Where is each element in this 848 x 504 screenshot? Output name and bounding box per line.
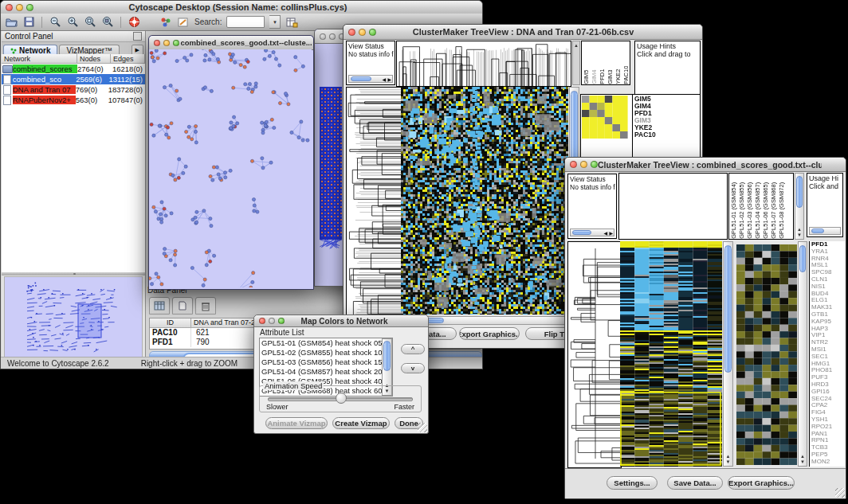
attribute-item[interactable]: GPL51-02 (GSM855) heat shock 10 min — [260, 348, 392, 357]
col-edges[interactable]: Edges — [111, 54, 145, 64]
scroll-up-arrow[interactable]: ▲ — [724, 454, 732, 459]
new-attribute-icon[interactable] — [172, 297, 193, 315]
animate-vizmap-button[interactable]: Animate Vizmap — [265, 417, 328, 429]
scroll-up-arrow[interactable]: ▲ — [799, 454, 807, 459]
column-label[interactable]: GIM3 — [607, 43, 614, 84]
close-button[interactable] — [348, 29, 355, 36]
treeview2-titlebar[interactable]: ClusterMaker TreeView : combined_scores_… — [565, 158, 846, 172]
settings-button[interactable]: Settings... — [607, 476, 658, 490]
grid-network-canvas[interactable] — [316, 44, 345, 275]
annotation-icon[interactable] — [177, 16, 190, 29]
attribute-item[interactable]: GPL51-04 (GSM857) heat shock 20 min — [260, 367, 392, 377]
view-status-hscrollbar[interactable]: ◀ ▶ — [348, 75, 393, 83]
correlation-matrix-canvas[interactable] — [582, 96, 628, 139]
usage-hints-hscrollbar[interactable] — [809, 227, 841, 235]
scroll-thumb[interactable] — [572, 230, 591, 235]
minimize-button[interactable] — [16, 4, 23, 11]
scroll-thumb[interactable] — [383, 341, 391, 371]
resize-grip[interactable] — [835, 488, 845, 498]
export-graphics-button[interactable]: Export Graphics... — [459, 327, 520, 340]
minimize-button[interactable] — [359, 29, 366, 36]
network-list-row[interactable]: combined_scores2764(0)16218(0) — [2, 64, 145, 74]
scroll-up-arrow[interactable]: ▲ — [795, 227, 803, 232]
network-canvas[interactable] — [149, 49, 312, 287]
heatmap-canvas[interactable] — [620, 241, 722, 467]
zoom-in-icon[interactable] — [66, 16, 79, 29]
close-button[interactable] — [259, 318, 265, 324]
column-label[interactable]: GPL51-08 (GSM872) — [778, 176, 786, 239]
delete-attribute-icon[interactable] — [195, 297, 216, 315]
attribute-item[interactable]: GPL51-03 (GSM856) heat shock 15 min — [260, 357, 392, 367]
scroll-left-arrow[interactable]: ◀ — [382, 76, 386, 82]
export-graphics-button[interactable]: Export Graphics... — [728, 476, 795, 490]
col-nodes[interactable]: Nodes — [77, 54, 111, 64]
scroll-down-arrow[interactable]: ▼ — [724, 459, 732, 464]
network-overview-canvas[interactable] — [4, 276, 143, 357]
network-list-row[interactable]: DNA and Tran 07769(0)183728(0) — [2, 84, 145, 95]
heatmap-vscrollbar[interactable]: ▲ ▼ — [723, 241, 733, 467]
column-dendrogram-canvas[interactable] — [396, 41, 571, 87]
treeview1-titlebar[interactable]: ClusterMaker TreeView : DNA and Tran 07-… — [344, 25, 702, 40]
scroll-left-arrow[interactable]: ◀ — [603, 230, 607, 236]
resize-grip[interactable] — [418, 423, 427, 432]
save-data-button[interactable]: Save Data... — [667, 476, 723, 490]
column-labels[interactable]: GPL51-01 (GSM854)GPL51-02 (GSM855)GPL51-… — [730, 174, 786, 239]
column-label[interactable]: GIM5 — [583, 43, 591, 84]
row-dendrogram-canvas[interactable] — [346, 87, 402, 316]
close-button[interactable] — [570, 161, 577, 168]
gene-labels[interactable]: GIM5GIM4PFD1GIM3YKE2PAC10 — [634, 96, 656, 139]
zoom-fit-icon[interactable] — [84, 16, 96, 29]
view-status-hscrollbar[interactable]: ◀ ▶ — [570, 229, 614, 236]
scroll-right-arrow[interactable]: ▶ — [609, 230, 613, 236]
column-label[interactable]: PAC10 — [622, 43, 630, 84]
minimize-button[interactable] — [580, 161, 587, 168]
zoom-selected-icon[interactable] — [101, 16, 114, 29]
import-table-icon[interactable] — [285, 16, 298, 29]
minimize-button[interactable] — [269, 318, 275, 324]
attribute-select-icon[interactable] — [149, 297, 170, 315]
main-titlebar[interactable]: Cytoscape Desktop (Session Name: collins… — [1, 1, 482, 14]
col-id[interactable]: ID — [150, 318, 191, 328]
column-labels[interactable]: GIM5GIM4PFD1GIM3YKE2PAC10 — [583, 41, 630, 84]
move-up-button[interactable]: ^ — [401, 344, 425, 354]
dialog-titlebar[interactable]: Map Colors to Network — [254, 315, 428, 327]
zoom-out-icon[interactable] — [49, 16, 61, 29]
column-label[interactable]: GPL51-02 (GSM855) — [738, 176, 746, 239]
column-label[interactable]: GPL51-07 (GSM868) — [770, 176, 778, 239]
column-label[interactable]: PFD1 — [599, 43, 607, 84]
column-label[interactable]: GPL51-04 (GSM857) — [754, 176, 762, 239]
zoom-button[interactable] — [369, 29, 376, 36]
scroll-thumb[interactable] — [351, 76, 371, 81]
zoom-button[interactable] — [26, 4, 33, 11]
minimize-button[interactable] — [163, 40, 170, 46]
scroll-thumb[interactable] — [799, 245, 806, 272]
close-button[interactable] — [154, 40, 160, 46]
network-list-row[interactable]: combined_sco2569(6)13112(15) — [2, 74, 145, 84]
search-input[interactable] — [226, 16, 265, 28]
column-label[interactable]: GPL51-03 (GSM856) — [746, 176, 754, 239]
heatmap-canvas[interactable] — [401, 87, 568, 315]
zoom-button[interactable] — [591, 161, 598, 168]
column-dendrogram-panel[interactable] — [618, 173, 728, 240]
column-label[interactable]: GPL51-06 (GSM865) — [762, 176, 770, 239]
gene-labels[interactable]: PFD1YRA1RNR4MSL1SPC98CLN1NIS1BUD4ELG1MAK… — [809, 241, 845, 467]
scroll-right-arrow[interactable]: ▶ — [387, 76, 391, 82]
column-label[interactable]: GIM4 — [591, 43, 599, 84]
scroll-down-arrow[interactable]: ▼ — [799, 459, 807, 464]
column-label[interactable]: YKE2 — [614, 43, 622, 84]
close-button[interactable] — [320, 33, 326, 40]
scroll-thumb[interactable] — [811, 229, 824, 233]
gene-label[interactable]: MON2 — [810, 459, 845, 466]
help-lifebuoy-icon[interactable] — [128, 16, 140, 29]
zoom-button[interactable] — [173, 40, 179, 46]
network-list-row[interactable]: RNAPuberNov2+563(0)107847(0) — [2, 95, 145, 105]
zoom-view-vscrollbar[interactable]: ▲ ▼ — [798, 241, 807, 467]
scroll-thumb[interactable] — [796, 176, 803, 208]
column-label[interactable]: GPL51-01 (GSM854) — [730, 176, 738, 239]
speed-slider-thumb[interactable] — [336, 393, 347, 404]
save-icon[interactable] — [22, 16, 35, 29]
attribute-item[interactable]: GPL51-01 (GSM854) heat shock 05 min — [260, 338, 392, 348]
create-vizmap-button[interactable]: Create Vizmap — [332, 417, 390, 429]
zoom-view-canvas[interactable] — [736, 244, 797, 465]
minimize-button[interactable] — [329, 33, 336, 40]
